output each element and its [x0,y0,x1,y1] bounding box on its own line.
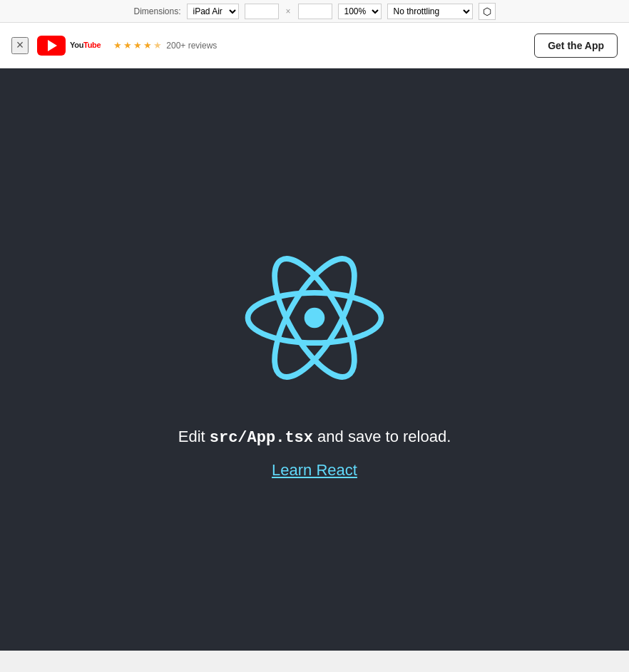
react-logo-svg [236,239,393,396]
banner-stars: ★ ★ ★ ★ ★ 200+ reviews [113,40,217,51]
star-2: ★ [123,40,132,51]
star-4: ★ [143,40,152,51]
youtube-logo-text: YouTube [70,41,101,49]
dimension-separator: × [285,6,292,16]
banner-logo: YouTube [37,36,101,56]
dimension-label: Dimensions: [133,6,180,16]
react-center-dot [305,308,325,329]
learn-react-link[interactable]: Learn React [272,461,357,480]
throttle-selector[interactable]: No throttling [387,4,473,19]
edit-instruction: Edit src/App.tsx and save to reload. [178,428,451,447]
height-input[interactable]: 1180 [298,4,332,19]
banner-info: ★ ★ ★ ★ ★ 200+ reviews [113,40,217,51]
browser-content: × YouTube ★ ★ ★ ★ ★ 200+ reviews Get the… [0,23,629,651]
star-3: ★ [133,40,142,51]
edit-text-suffix: and save to reload. [313,428,451,445]
youtube-icon [37,36,66,56]
star-1: ★ [113,40,122,51]
youtube-brand-you: You [70,41,83,49]
youtube-brand-tube: Tube [83,41,101,49]
close-button[interactable]: × [11,37,29,54]
react-app-content: Edit src/App.tsx and save to reload. Lea… [0,68,629,651]
devtools-bar: Dimensions: iPad Air 820 × 1180 100% No … [0,0,629,23]
width-input[interactable]: 820 [245,4,279,19]
edit-code: src/App.tsx [210,429,313,447]
reviews-count: 200+ reviews [166,41,217,51]
get-app-button[interactable]: Get the App [534,33,618,58]
device-selector[interactable]: iPad Air [187,4,239,19]
react-logo [236,239,393,399]
edit-text-prefix: Edit [178,428,210,445]
rotate-button[interactable]: ⬡ [479,3,496,20]
star-5: ★ [153,40,162,51]
zoom-selector[interactable]: 100% [338,4,382,19]
app-banner: × YouTube ★ ★ ★ ★ ★ 200+ reviews Get the… [0,23,629,68]
